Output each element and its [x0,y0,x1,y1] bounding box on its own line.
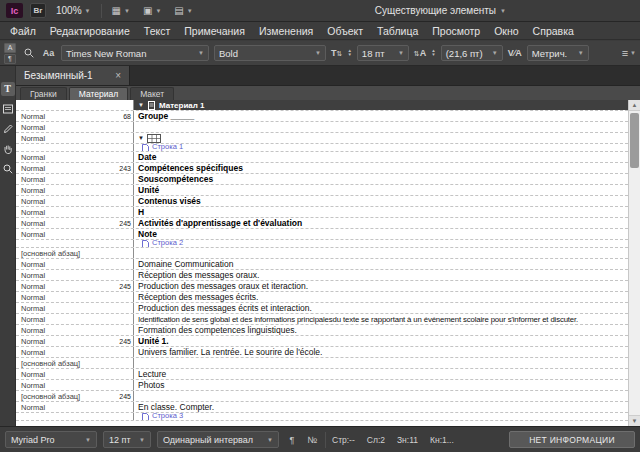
galley-row[interactable]: [основной абзац] [16,358,628,369]
find-font-button[interactable] [21,46,36,61]
galley-text-line[interactable]: Compétences spécifiques [138,163,243,173]
galley-text[interactable]: Contenus visés [134,196,628,206]
galley-text-line[interactable]: H [138,207,144,217]
galley-text[interactable]: Réception des messages écrits. [134,292,628,302]
arrange-documents-dropdown[interactable]: ▤ ▼ [171,4,195,18]
view-tab[interactable]: Макет [130,87,174,100]
galley-text[interactable] [134,248,628,258]
menu-item[interactable]: Таблица [370,25,425,37]
menu-item[interactable]: Справка [526,25,581,37]
galley-text[interactable]: Identification de sens global et des inf… [134,314,628,324]
galley-row[interactable]: NormalPhotos [16,380,628,391]
galley-text-line[interactable]: Formation des competences linguistiques. [138,325,297,335]
bridge-icon[interactable]: Br [30,3,46,18]
galley-font-select[interactable]: Myriad Pro ▼ [5,431,97,448]
pencil-tool[interactable] [1,122,15,136]
leading-stepper[interactable]: ▲▼ [431,49,435,57]
line-spacing-select[interactable]: Одинарный интервал ▼ [157,431,279,448]
scrollbar-thumb[interactable] [630,113,639,168]
galley-text-line[interactable]: Production des messages écrits et intera… [138,303,312,313]
galley-text-line[interactable]: Contenus visés [138,196,201,206]
galley-text[interactable]: Note [134,229,628,239]
zoom-level-dropdown[interactable]: 100% ▼ [53,3,94,18]
galley-row[interactable]: NormalNote [16,229,628,240]
galley-text-line[interactable]: Unité 1. [138,336,169,346]
galley-row[interactable]: Normal243Compétences spécifiques [16,163,628,174]
scroll-down-icon[interactable]: ▼ [629,415,640,426]
galley-row[interactable]: NormalUnité [16,185,628,196]
galley-row[interactable]: NormalUnivers familier. La rentrée. Le s… [16,347,628,358]
galley-row[interactable]: NormalDomaine Communication [16,259,628,270]
vertical-scrollbar[interactable]: ▲ ▼ [628,100,640,426]
galley-text-line[interactable]: Souscompétences [138,174,213,184]
menu-item[interactable]: Файл [3,25,43,37]
galley-text[interactable]: Photos [134,380,628,390]
galley-text-line[interactable]: Date [138,152,156,162]
hidden-characters-button[interactable]: ¶ [285,433,299,447]
line-numbers-button[interactable]: № [305,433,319,447]
galley-text-line[interactable]: Domaine Communication [138,259,233,269]
note-tool[interactable] [1,102,15,116]
galley-text-line[interactable]: Photos [138,380,164,390]
galley-text[interactable]: Unité [134,185,628,195]
font-style-select[interactable]: Bold ▼ [214,45,326,61]
scroll-up-icon[interactable]: ▲ [629,100,640,111]
menu-item[interactable]: Просмотр [425,25,487,37]
hand-tool[interactable] [1,142,15,156]
galley-text-line[interactable]: Réception des messages écrits. [138,292,258,302]
galley-text[interactable]: Production des messages oraux et iteract… [134,281,628,291]
panel-menu-button[interactable]: ≡ ▼ [622,47,636,59]
galley-text[interactable]: Activités d'apprentissage et d'évaluatio… [134,218,628,228]
collapse-triangle-icon[interactable]: ▼ [138,135,144,141]
galley-row[interactable]: [основной абзац]245 [16,391,628,402]
galley-row[interactable]: NormalRéception des messages écrits. [16,292,628,303]
collapse-triangle-icon[interactable]: ▼ [138,102,144,108]
galley-text[interactable] [134,358,628,368]
galley-size-select[interactable]: 12 пт ▼ [103,431,151,448]
character-mode-button[interactable]: А [4,43,16,53]
galley-row[interactable]: NormalFormation des competences linguist… [16,325,628,336]
galley-text[interactable]: Souscompétences [134,174,628,184]
table-marker[interactable]: ▼ [134,133,628,143]
view-options-dropdown[interactable]: ▦ ▼ [109,4,133,18]
note-label[interactable]: Строка 1 [134,144,628,151]
galley-text-line[interactable]: Production des messages oraux et iteract… [138,281,308,291]
workspace-switcher[interactable]: Существующие элементы ▼ [375,5,506,16]
galley-text[interactable]: En classe. Compter. [134,402,628,412]
galley-row[interactable]: NormalEn classe. Compter. [16,402,628,413]
story-header-bar[interactable]: ▼ Материал 1 [134,100,628,110]
kerning-select[interactable]: Метрич. ▼ [527,45,589,61]
galley-text-line[interactable]: En classe. Compter. [138,402,214,412]
galley-text[interactable]: Groupe _____ [134,111,628,121]
galley-row[interactable]: Normal245Activités d'apprentissage et d'… [16,218,628,229]
galley-text-line[interactable]: Groupe _____ [138,111,194,121]
galley-text-line[interactable]: Identification de sens global et des inf… [138,315,578,324]
galley-row[interactable]: NormalProduction des messages écrits et … [16,303,628,314]
menu-item[interactable]: Редактирование [43,25,137,37]
galley-text-line[interactable]: Réception des messages oraux. [138,270,259,280]
menu-item[interactable]: Текст [137,25,177,37]
galley-row[interactable]: Normal245Unité 1. [16,336,628,347]
galley-row[interactable]: NormalContenus visés [16,196,628,207]
font-size-stepper[interactable]: ▲▼ [347,49,351,57]
glyphs-button[interactable]: Аа [41,46,56,61]
galley-text-line[interactable]: Note [138,229,157,239]
note-text[interactable]: Строка 2 [152,240,183,247]
galley-text[interactable]: Formation des competences linguistiques. [134,325,628,335]
zoom-tool[interactable] [1,162,15,176]
note-label[interactable]: Строка 2 [134,240,628,247]
galley-text-line[interactable]: Univers familier. La rentrée. Le sourire… [138,347,322,357]
galley-note-row[interactable]: Строка 1 [16,144,628,152]
galley-row[interactable]: Normal68Groupe _____ [16,111,628,122]
story-header-row[interactable]: ▼ Материал 1 [16,100,628,111]
galley-row[interactable]: NormalIdentification de sens global et d… [16,314,628,325]
galley-row[interactable]: Normal [16,122,628,133]
galley-text[interactable] [134,122,628,132]
close-icon[interactable]: × [115,70,121,81]
note-label[interactable]: Строка 3 [134,413,628,420]
menu-item[interactable]: Изменения [252,25,320,37]
galley-text-line[interactable]: Lecture [138,369,166,379]
galley-row[interactable]: Normal245Production des messages oraux e… [16,281,628,292]
leading-select[interactable]: (21,6 пт) ▼ [441,45,503,61]
font-size-select[interactable]: 18 пт ▼ [357,45,409,61]
